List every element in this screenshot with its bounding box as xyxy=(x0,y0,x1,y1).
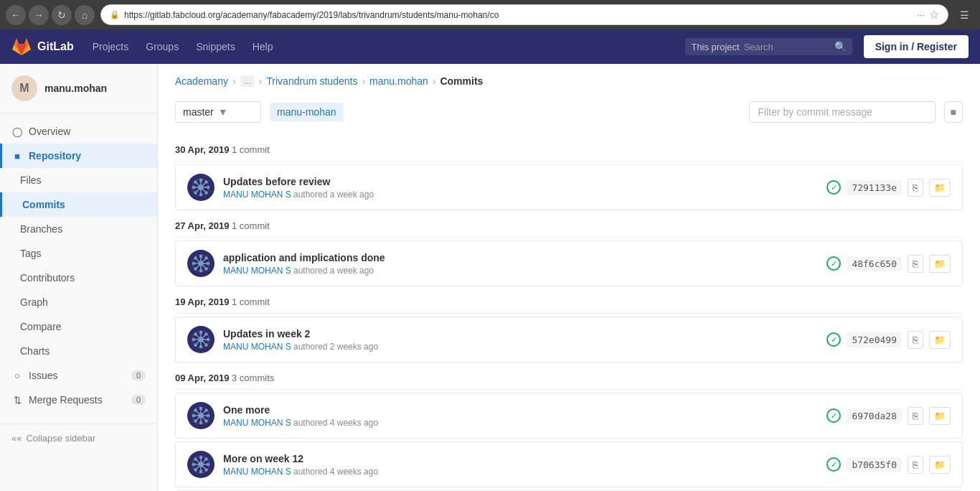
back-button[interactable]: ← xyxy=(6,5,26,25)
svg-point-27 xyxy=(194,268,197,270)
browse-files-button[interactable]: 📁 xyxy=(929,255,951,273)
sidebar-item-tags[interactable]: Tags xyxy=(0,241,157,266)
gitlab-logo-icon xyxy=(11,37,32,57)
commit-date-header-0: 30 Apr, 2019 1 commit xyxy=(175,137,963,162)
gitlab-logo[interactable]: GitLab xyxy=(11,37,74,57)
sidebar-item-commits[interactable]: Commits xyxy=(0,192,157,217)
sidebar-item-files[interactable]: Files xyxy=(0,168,157,192)
commit-author[interactable]: MANU MOHAN S xyxy=(223,467,291,477)
commit-row: Updates in week 2 MANU MOHAN S authored … xyxy=(175,317,963,363)
breadcrumb-ellipsis[interactable]: ... xyxy=(240,75,255,87)
svg-point-33 xyxy=(199,337,203,342)
sidebar-item-merge-requests-label: Merge Requests xyxy=(29,394,103,406)
sidebar-item-merge-requests[interactable]: ⇅ Merge Requests 0 xyxy=(0,388,157,412)
refresh-button[interactable]: ↻ xyxy=(52,5,72,25)
commit-time: authored 4 weeks ago xyxy=(293,418,378,428)
commit-title[interactable]: Updates in week 2 xyxy=(223,328,818,340)
browse-files-button[interactable]: 📁 xyxy=(929,331,951,349)
username: manu.mohan xyxy=(44,83,107,94)
commit-hash[interactable]: 6970da28 xyxy=(847,408,902,424)
svg-point-68 xyxy=(205,458,207,460)
commit-author[interactable]: MANU MOHAN S xyxy=(223,190,291,200)
copy-hash-button[interactable]: ⎘ xyxy=(908,179,923,197)
browse-files-button[interactable]: 📁 xyxy=(929,407,951,425)
main-content: Academany › ... › Trivandrum students › … xyxy=(158,64,980,491)
sidebar-item-repository[interactable]: ■ Repository xyxy=(0,144,157,168)
signin-button[interactable]: Sign in / Register xyxy=(864,35,969,58)
collapse-sidebar-button[interactable]: «« Collapse sidebar xyxy=(0,424,157,452)
branch-selector[interactable]: master ▼ xyxy=(175,101,261,123)
commit-title[interactable]: application and implications done xyxy=(223,252,818,263)
forward-button[interactable]: → xyxy=(29,5,49,25)
commit-info: Updates in week 2 MANU MOHAN S authored … xyxy=(223,328,818,352)
breadcrumb-manu-mohan[interactable]: manu.mohan xyxy=(369,75,428,87)
copy-hash-button[interactable]: ⎘ xyxy=(908,407,923,425)
sidebar-item-branches[interactable]: Branches xyxy=(0,217,157,241)
sidebar-item-branches-label: Branches xyxy=(20,223,62,235)
merge-requests-badge: 0 xyxy=(131,395,146,405)
svg-point-35 xyxy=(200,346,202,348)
avatar-icon xyxy=(192,178,210,197)
svg-point-7 xyxy=(200,194,202,196)
bookmark-icon: ☆ xyxy=(929,8,939,22)
breadcrumb-trivandrum[interactable]: Trivandrum students xyxy=(266,75,357,87)
svg-point-10 xyxy=(194,181,197,183)
commit-author[interactable]: MANU MOHAN S xyxy=(223,418,291,428)
commit-hash[interactable]: b70635f0 xyxy=(847,457,902,472)
copy-hash-button[interactable]: ⎘ xyxy=(908,255,923,273)
svg-point-55 xyxy=(194,420,197,422)
sidebar-item-graph[interactable]: Graph xyxy=(0,290,157,314)
extensions-button[interactable]: ☰ xyxy=(954,5,974,25)
sidebar-item-contributors[interactable]: Contributors xyxy=(0,266,157,290)
commit-title[interactable]: More on week 12 xyxy=(223,453,818,464)
svg-point-24 xyxy=(194,257,197,259)
sidebar-item-commits-label: Commits xyxy=(22,199,65,210)
browser-url-bar[interactable]: 🔒 https://gitlab.fabcloud.org/academany/… xyxy=(100,4,948,25)
commit-group-2: 19 Apr, 2019 1 commit xyxy=(175,289,963,363)
url-text: https://gitlab.fabcloud.org/academany/fa… xyxy=(124,10,913,20)
search-input[interactable] xyxy=(744,42,830,52)
sidebar-item-issues[interactable]: ○ Issues 0 xyxy=(0,363,157,388)
svg-point-21 xyxy=(200,270,202,272)
sidebar-item-compare[interactable]: Compare xyxy=(0,314,157,339)
commit-hash[interactable]: 572e0499 xyxy=(847,332,902,347)
issues-badge: 0 xyxy=(131,370,146,380)
nav-groups[interactable]: Groups xyxy=(138,37,186,57)
sidebar-item-files-label: Files xyxy=(20,174,42,186)
copy-hash-button[interactable]: ⎘ xyxy=(908,331,923,349)
svg-point-63 xyxy=(200,471,202,473)
commit-info: application and implications done MANU M… xyxy=(223,252,818,276)
browse-files-button[interactable]: 📁 xyxy=(929,456,951,474)
svg-point-9 xyxy=(207,187,209,189)
home-button[interactable]: ⌂ xyxy=(75,5,95,25)
commit-hash[interactable]: 7291133e xyxy=(847,180,902,195)
breadcrumb-academany[interactable]: Academany xyxy=(175,75,228,87)
copy-hash-button[interactable]: ⎘ xyxy=(908,456,923,474)
avatar-icon xyxy=(192,455,210,474)
nav-snippets[interactable]: Snippets xyxy=(189,37,242,57)
browse-files-button[interactable]: 📁 xyxy=(929,179,951,197)
browser-actions: ☰ xyxy=(954,5,974,25)
commit-author[interactable]: MANU MOHAN S xyxy=(223,266,291,276)
navbar-search[interactable]: This project 🔍 xyxy=(685,38,852,55)
nav-projects[interactable]: Projects xyxy=(85,37,136,57)
user-section: M manu.mohan xyxy=(0,64,157,113)
commit-author[interactable]: MANU MOHAN S xyxy=(223,342,291,352)
commit-date-header-3: 09 Apr, 2019 3 commits xyxy=(175,365,963,390)
avatar: M xyxy=(11,75,37,101)
svg-point-12 xyxy=(205,181,207,183)
nav-help[interactable]: Help xyxy=(245,37,281,57)
rss-button[interactable]: ■ xyxy=(944,101,963,123)
commit-title[interactable]: Updates before review xyxy=(223,176,818,187)
author-filter-tag[interactable]: manu-mohan xyxy=(270,103,344,121)
sidebar-item-overview[interactable]: ◯ Overview xyxy=(0,119,157,144)
commit-filter-input[interactable] xyxy=(749,101,936,123)
commit-title[interactable]: One more xyxy=(223,404,818,416)
search-icon[interactable]: 🔍 xyxy=(834,41,847,52)
commit-status-icon: ✓ xyxy=(826,256,841,271)
sidebar-item-compare-label: Compare xyxy=(20,321,62,332)
sidebar-item-charts[interactable]: Charts xyxy=(0,339,157,363)
commit-right: ✓ b70635f0 ⎘ 📁 xyxy=(826,456,951,474)
sidebar-item-contributors-label: Contributors xyxy=(20,272,75,284)
commit-hash[interactable]: 48f6c650 xyxy=(847,256,902,271)
